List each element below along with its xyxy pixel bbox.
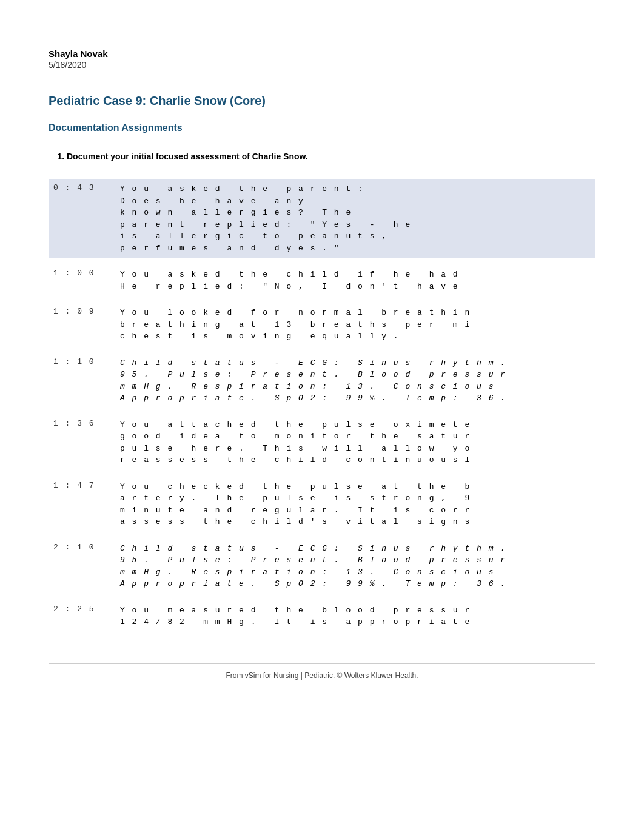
log-spacer [49,258,595,265]
log-row: 1 : 4 7Y o u c h e c k e d t h e p u l s… [49,477,595,532]
log-time: 1 : 0 9 [49,303,115,346]
log-time: 2 : 2 5 [49,601,115,632]
log-row: 1 : 0 0Y o u a s k e d t h e c h i l d i… [49,265,595,296]
log-content: Y o u m e a s u r e d t h e b l o o d p … [115,601,595,632]
log-row: 0 : 4 3Y o u a s k e d t h e p a r e n t… [49,179,595,258]
case-title: Pediatric Case 9: Charlie Snow (Core) [49,94,595,108]
assignment-label-1: Document your initial focused assessment… [67,152,308,161]
log-spacer [49,346,595,354]
log-content: Y o u l o o k e d f o r n o r m a l b r … [115,303,595,346]
log-time: 1 : 4 7 [49,477,115,532]
student-date: 5/18/2020 [49,60,595,70]
log-table: 0 : 4 3Y o u a s k e d t h e p a r e n t… [49,179,595,639]
log-row: 1 : 0 9Y o u l o o k e d f o r n o r m a… [49,303,595,346]
log-time: 2 : 1 0 [49,539,115,594]
log-content: Y o u a s k e d t h e p a r e n t : D o … [115,179,595,258]
log-spacer [49,408,595,415]
log-spacer [49,296,595,303]
log-row: 1 : 3 6Y o u a t t a c h e d t h e p u l… [49,415,595,470]
log-content: Y o u a t t a c h e d t h e p u l s e o … [115,415,595,470]
assignment-list: Document your initial focused assessment… [49,152,595,161]
log-content: C h i l d s t a t u s - E C G : S i n u … [115,354,595,408]
log-content: C h i l d s t a t u s - E C G : S i n u … [115,539,595,594]
log-time: 1 : 3 6 [49,415,115,470]
log-spacer [49,532,595,539]
log-content: Y o u c h e c k e d t h e p u l s e a t … [115,477,595,532]
log-row: 1 : 1 0C h i l d s t a t u s - E C G : S… [49,354,595,408]
student-name: Shayla Novak [49,49,595,59]
footer: From vSim for Nursing | Pediatric. © Wol… [49,663,595,680]
log-time: 0 : 4 3 [49,179,115,258]
log-row: 2 : 1 0C h i l d s t a t u s - E C G : S… [49,539,595,594]
log-row: 2 : 2 5Y o u m e a s u r e d t h e b l o… [49,601,595,632]
log-spacer [49,632,595,639]
assignment-item-1: Document your initial focused assessment… [67,152,595,161]
log-content: Y o u a s k e d t h e c h i l d i f h e … [115,265,595,296]
log-time: 1 : 1 0 [49,354,115,408]
log-spacer [49,594,595,601]
log-time: 1 : 0 0 [49,265,115,296]
section-title: Documentation Assignments [49,122,595,133]
log-spacer [49,470,595,477]
